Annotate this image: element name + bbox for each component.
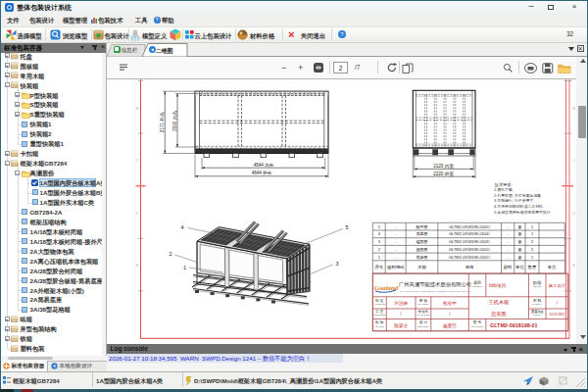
svg-text:GLTM2-0918198-0105#: GLTM2-0918198-0105#: [449, 223, 491, 228]
svg-text:1.捆扎平整.: 1.捆扎平整.: [494, 186, 514, 191]
svg-text:套: 套: [517, 246, 521, 251]
svg-text:REVISOR: REVISOR: [375, 324, 385, 326]
svg-text:C: C: [573, 159, 576, 163]
svg-text:D: D: [573, 211, 576, 215]
svg-text:MATERIAL: MATERIAL: [532, 302, 543, 304]
svg-text:D: D: [136, 211, 139, 215]
svg-text:PROJECT: PROJECT: [472, 285, 483, 287]
svg-text:陈梁业: 陈梁业: [394, 321, 408, 328]
svg-text:PROCESSED: PROCESSED: [373, 314, 386, 316]
svg-text:备注: 备注: [548, 265, 557, 270]
svg-text:4.不使用旧箱材料成二次材料.: 4.不使用旧箱材料成二次材料.: [494, 204, 544, 209]
svg-text:套: 套: [517, 231, 521, 236]
svg-text:数量: 数量: [528, 265, 537, 270]
svg-text:3: 3: [335, 261, 338, 267]
svg-text:熊桓申: 熊桓申: [443, 300, 457, 305]
svg-text:许治修: 许治修: [394, 300, 408, 305]
svg-text:GLTM2-0918198-0101#: GLTM2-0918198-0101#: [449, 254, 491, 259]
svg-text:2220 外宽: 2220 外宽: [433, 170, 454, 176]
svg-text:STAGE: STAGE: [533, 285, 541, 287]
svg-text:2171 外高: 2171 外高: [159, 112, 165, 132]
svg-text:套: 套: [517, 239, 521, 244]
svg-text:施工设计: 施工设计: [549, 283, 566, 288]
svg-text:4644 外长: 4644 外长: [252, 170, 272, 175]
svg-text:DRAWING(NO): DRAWING(NO): [471, 324, 484, 326]
svg-text:单位: 单位: [515, 265, 524, 270]
svg-text:设 计: 设 计: [419, 319, 428, 324]
svg-text:杨爱营: 杨爱营: [442, 321, 457, 328]
svg-text:名称: 名称: [417, 265, 426, 270]
svg-text:重量(kg): 重量(kg): [531, 308, 544, 313]
svg-text:4: 4: [180, 223, 183, 229]
svg-text:EXAMINER: EXAMINER: [417, 302, 428, 304]
svg-text:5.其他按通用标准或规范要求执行.: 5.其他按通用标准或规范要求执行.: [494, 210, 552, 215]
svg-text:端面图: 端面图: [416, 239, 428, 244]
svg-text:套: 套: [517, 223, 521, 228]
svg-text:GLTM2-0918198-0103#: GLTM2-0918198-0103#: [449, 239, 491, 244]
svg-text:阶段: 阶段: [533, 279, 542, 284]
svg-text:bbb项目: bbb项目: [489, 283, 507, 288]
svg-text:APPROVED: APPROVED: [374, 302, 386, 304]
svg-text:GLTM2-0918198-01: GLTM2-0918198-01: [490, 321, 537, 327]
svg-text:顶盖图: 顶盖图: [416, 231, 428, 236]
svg-text:底床图: 底床图: [416, 254, 428, 259]
svg-text:材 料: 材 料: [533, 297, 542, 302]
svg-text:DESIGNER: DESIGNER: [417, 324, 428, 326]
svg-text:3.不能漏钉, 钉子夹要平.: 3.不能漏钉, 钉子夹要平.: [494, 198, 535, 203]
svg-text:图 号: 图 号: [473, 319, 482, 324]
svg-text:GLTM2-0918198-0102#: GLTM2-0918198-0102#: [449, 246, 491, 251]
svg-text:项目: 项目: [473, 279, 481, 284]
svg-text:广州高澜节能技术股份有限公司: 广州高澜节能技术股份有限公司: [398, 280, 471, 287]
svg-text:WEIGHT: WEIGHT: [533, 314, 542, 316]
svg-text:工 艺: 工 艺: [375, 308, 384, 313]
svg-text:1: 1: [183, 264, 186, 270]
svg-text:GLTM2-0918198-0104#: GLTM2-0918198-0104#: [449, 231, 491, 236]
svg-text:C: C: [136, 159, 139, 163]
svg-text:2090 内高: 2090 内高: [172, 110, 177, 130]
svg-text:套: 套: [517, 254, 521, 259]
svg-text:审 核: 审 核: [419, 297, 428, 302]
svg-text:4544 内长: 4544 内长: [254, 162, 274, 167]
svg-text:校 核: 校 核: [374, 319, 384, 324]
svg-text:Goaland: Goaland: [374, 283, 399, 290]
svg-text:主机木箱: 主机木箱: [489, 299, 510, 305]
svg-text:批 准: 批 准: [375, 297, 384, 302]
svg-text:标准化: 标准化: [417, 308, 429, 313]
svg-text:STANDARDIZE: STANDARDIZE: [417, 314, 430, 316]
svg-text:5: 5: [345, 224, 348, 230]
svg-text:规格: 规格: [466, 265, 474, 270]
svg-text:2.钉要牢固, 不得有戳穿现象.: 2.钉要牢固, 不得有戳穿现象.: [494, 192, 542, 197]
svg-text:1073.892: 1073.892: [549, 312, 564, 316]
svg-text:2: 2: [169, 251, 172, 257]
svg-text:总装图: 总装图: [490, 310, 507, 316]
